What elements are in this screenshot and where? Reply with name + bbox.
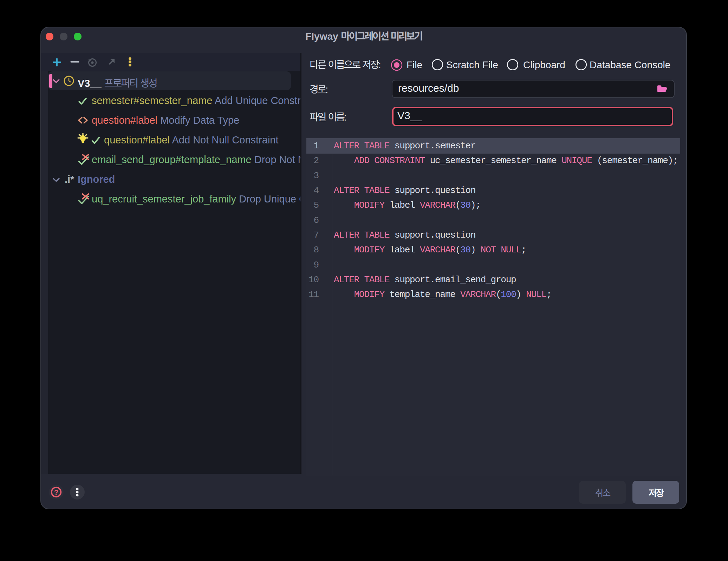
svg-text:?: ? bbox=[54, 488, 59, 496]
